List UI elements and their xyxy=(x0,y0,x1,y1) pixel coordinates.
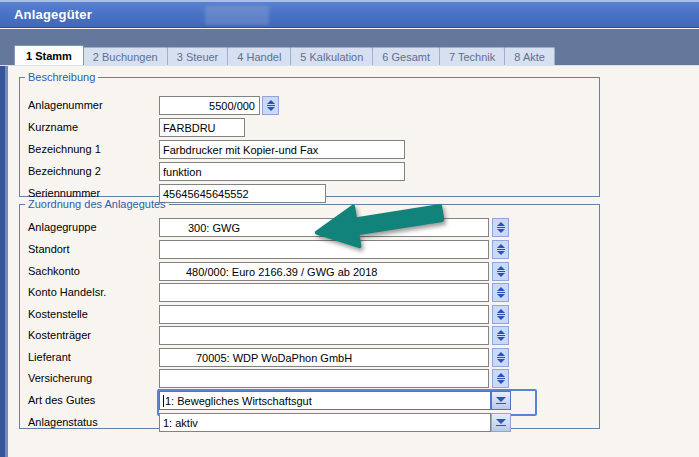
anlagegueter-window: Anlagegüter 1 Stamm 2 Buchungen 3 Steuer… xyxy=(0,0,699,457)
kostenstelle-label: Kostenstelle xyxy=(28,308,88,320)
spin-divider xyxy=(497,271,505,272)
kostentraeger-input[interactable] xyxy=(159,326,489,345)
kostenstelle-input[interactable] xyxy=(159,305,489,324)
spin-down-icon[interactable] xyxy=(497,337,505,341)
spin-divider xyxy=(267,105,275,106)
spin-down-icon[interactable] xyxy=(497,380,505,384)
spin-divider xyxy=(497,292,505,293)
row-kurzname: Kurzname FARBDRU xyxy=(20,118,599,137)
row-konto-handelsr: Konto Handelsr. xyxy=(20,283,599,302)
spin-up-icon[interactable] xyxy=(267,100,275,104)
tab-stamm[interactable]: 1 Stamm xyxy=(14,45,84,65)
window-left-border-inner xyxy=(5,66,8,457)
kostentraeger-label: Kostenträger xyxy=(28,329,91,341)
anlagegruppe-label: Anlagegruppe xyxy=(28,221,97,233)
tab-kalkulation[interactable]: 5 Kalkulation xyxy=(290,47,373,65)
konto-handelsr-spinner[interactable] xyxy=(492,283,509,302)
spin-divider xyxy=(497,378,505,379)
anlagegruppe-spinner[interactable] xyxy=(492,218,509,237)
versicherung-label: Versicherung xyxy=(28,372,92,384)
window-title: Anlagegüter xyxy=(0,7,92,22)
standort-label: Standort xyxy=(28,243,70,255)
group-beschreibung: Beschreibung Anlagenummer 5500/000 Kurzn… xyxy=(19,71,600,197)
row-bezeichnung2: Bezeichnung 2 funktion xyxy=(20,162,599,181)
anlagenstatus-combobox[interactable]: 1: aktiv xyxy=(159,413,491,432)
chevron-down-icon xyxy=(496,397,506,402)
text-caret xyxy=(163,395,164,407)
kurzname-input[interactable]: FARBDRU xyxy=(159,118,245,137)
sachkonto-input[interactable]: 480/000: Euro 2166.39 / GWG ab 2018 xyxy=(159,262,489,281)
konto-handelsr-label: Konto Handelsr. xyxy=(28,286,106,298)
row-anlagenstatus: Anlagenstatus 1: aktiv xyxy=(20,413,599,432)
bezeichnung1-label: Bezeichnung 1 xyxy=(28,143,101,155)
kurzname-label: Kurzname xyxy=(28,121,78,133)
group-beschreibung-title: Beschreibung xyxy=(25,71,98,83)
anlagenstatus-dropdown-button[interactable] xyxy=(491,413,511,432)
tab-steuer[interactable]: 3 Steuer xyxy=(167,47,229,65)
art-des-gutes-combobox[interactable]: 1: Bewegliches Wirtschaftsgut xyxy=(159,391,491,410)
standort-spinner[interactable] xyxy=(492,240,509,259)
row-art-des-gutes: Art des Gutes 1: Bewegliches Wirtschafts… xyxy=(20,391,599,410)
title-bar: Anlagegüter xyxy=(0,2,699,28)
tab-gesamt[interactable]: 6 Gesamt xyxy=(372,47,440,65)
spin-down-icon[interactable] xyxy=(497,229,505,233)
spin-up-icon[interactable] xyxy=(497,330,505,334)
tab-bar: 1 Stamm 2 Buchungen 3 Steuer 4 Handel 5 … xyxy=(14,45,555,65)
spin-up-icon[interactable] xyxy=(497,222,505,226)
lieferant-label: Lieferant xyxy=(28,351,71,363)
anlagenummer-spinner[interactable] xyxy=(262,96,279,115)
row-kostentraeger: Kostenträger xyxy=(20,326,599,345)
sachkonto-spinner[interactable] xyxy=(492,262,509,281)
spin-divider xyxy=(497,335,505,336)
kostenstelle-spinner[interactable] xyxy=(492,305,509,324)
spin-up-icon[interactable] xyxy=(497,373,505,377)
row-lieferant: Lieferant 70005: WDP WoDaPhon GmbH xyxy=(20,348,599,367)
group-zuordnung-title: Zuordnung des Anlagegutes xyxy=(25,198,169,210)
bezeichnung2-input[interactable]: funktion xyxy=(159,162,405,181)
spin-up-icon[interactable] xyxy=(497,244,505,248)
row-sachkonto: Sachkonto 480/000: Euro 2166.39 / GWG ab… xyxy=(20,262,599,281)
sachkonto-label: Sachkonto xyxy=(28,265,80,277)
lieferant-spinner[interactable] xyxy=(492,348,509,367)
tab-technik[interactable]: 7 Technik xyxy=(439,47,505,65)
spin-down-icon[interactable] xyxy=(497,294,505,298)
spin-up-icon[interactable] xyxy=(497,287,505,291)
row-bezeichnung1: Bezeichnung 1 Farbdrucker mit Kopier-und… xyxy=(20,140,599,159)
spin-divider xyxy=(497,249,505,250)
bezeichnung2-label: Bezeichnung 2 xyxy=(28,165,101,177)
anlagenummer-input[interactable]: 5500/000 xyxy=(159,96,260,115)
chevron-down-icon xyxy=(496,419,506,424)
art-des-gutes-value: 1: Bewegliches Wirtschaftsgut xyxy=(165,395,312,407)
art-des-gutes-dropdown-button[interactable] xyxy=(491,391,511,410)
tab-strip-background: 1 Stamm 2 Buchungen 3 Steuer 4 Handel 5 … xyxy=(0,29,699,66)
spin-divider xyxy=(497,357,505,358)
anlagenummer-label: Anlagenummer xyxy=(28,99,103,111)
spin-divider xyxy=(497,227,505,228)
versicherung-input[interactable] xyxy=(159,369,489,388)
kostentraeger-spinner[interactable] xyxy=(492,326,509,345)
spin-down-icon[interactable] xyxy=(497,316,505,320)
tab-akte[interactable]: 8 Akte xyxy=(504,47,555,65)
dropdown-underline xyxy=(496,425,506,426)
anlagenstatus-label: Anlagenstatus xyxy=(28,416,98,428)
annotation-arrow-icon xyxy=(310,192,450,254)
row-versicherung: Versicherung xyxy=(20,369,599,388)
spin-down-icon[interactable] xyxy=(267,107,275,111)
row-anlagenummer: Anlagenummer 5500/000 xyxy=(20,96,599,115)
bezeichnung1-input[interactable]: Farbdrucker mit Kopier-und Fax xyxy=(159,140,405,159)
tab-handel[interactable]: 4 Handel xyxy=(227,47,291,65)
spin-down-icon[interactable] xyxy=(497,359,505,363)
konto-handelsr-input[interactable] xyxy=(159,283,489,302)
tab-buchungen[interactable]: 2 Buchungen xyxy=(83,47,168,65)
spin-divider xyxy=(497,314,505,315)
spin-up-icon[interactable] xyxy=(497,352,505,356)
blurred-area xyxy=(205,6,269,25)
spin-down-icon[interactable] xyxy=(497,251,505,255)
spin-up-icon[interactable] xyxy=(497,266,505,270)
versicherung-spinner[interactable] xyxy=(492,369,509,388)
art-des-gutes-label: Art des Gutes xyxy=(28,394,95,406)
row-kostenstelle: Kostenstelle xyxy=(20,305,599,324)
spin-down-icon[interactable] xyxy=(497,273,505,277)
lieferant-input[interactable]: 70005: WDP WoDaPhon GmbH xyxy=(159,348,489,367)
spin-up-icon[interactable] xyxy=(497,309,505,313)
